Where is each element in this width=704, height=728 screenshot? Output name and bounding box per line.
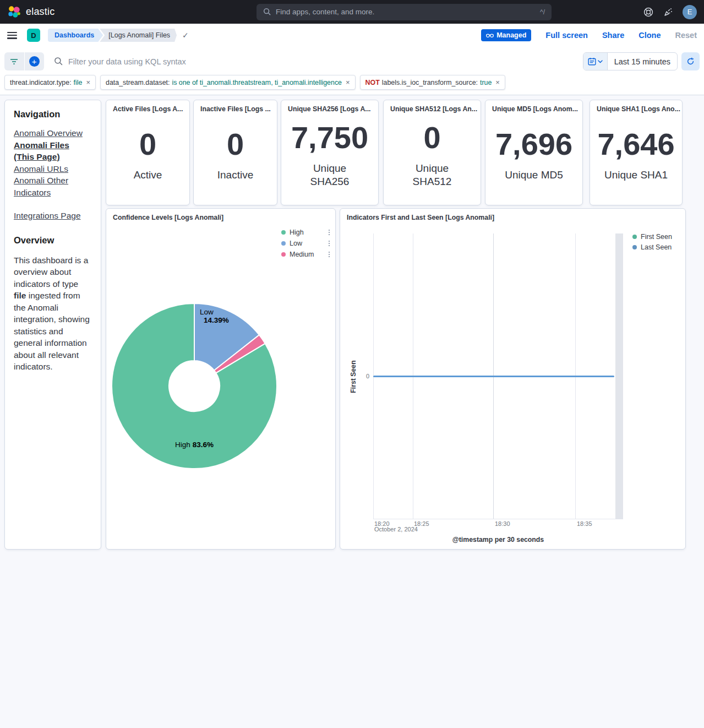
metric-label: Unique MD5 [505,169,563,182]
current-time-band [615,233,623,519]
refresh-icon [686,57,695,66]
filter-pill-3[interactable]: NOTlabels.is_ioc_transform_source:true× [360,75,505,90]
metric-value: 7,646 [597,128,674,161]
legend-item-last-seen[interactable]: Last Seen [632,243,682,251]
unified-search-bar: + Filter your data using KQL syntax [0,47,704,95]
legend-item-first-seen[interactable]: First Seen [632,233,682,241]
metric-panel-6: Unique SHA1 [Logs Ano...7,646Unique SHA1 [590,100,683,205]
confidence-donut-chart[interactable] [106,224,336,550]
reset-button: Reset [675,31,697,40]
nav-link-1[interactable]: Anomali Overview [14,128,83,138]
filter-pill-bar: threat.indicator.type:file×data_stream.d… [4,75,505,90]
nav-link-4[interactable]: Anomali Other Indicators [14,176,68,197]
add-filter-button[interactable]: + [24,52,45,70]
time-range-picker: Last 15 minutes [583,52,678,70]
legend-label: First Seen [641,233,672,241]
metric-body: 7,646Unique SHA1 [590,113,682,205]
toolbar-actions: Full screenShareCloneReset [545,31,697,40]
metric-body: 7,750Unique SHA256 [281,113,378,205]
filter-pill-2[interactable]: data_stream.dataset:is one of ti_anomali… [100,75,356,90]
logo-text: elastic [26,6,54,18]
filter-funnel-icon [10,58,18,65]
metric-label: Inactive [217,169,253,182]
query-search-icon [54,57,63,66]
global-search-placeholder: Find apps, content, and more. [276,8,536,16]
close-icon[interactable]: × [86,78,90,86]
metric-panel-1: Active Files [Logs A...0Active [106,100,190,205]
help-icon[interactable] [643,7,654,18]
nav-link-3[interactable]: Anomali URLs [14,164,68,173]
metric-panel-3: Unique SHA256 [Logs A...7,750Unique SHA2… [281,100,379,205]
series-line-last-seen [373,376,614,377]
glasses-icon [486,32,494,38]
search-shortcut-hint: ^/ [540,8,545,16]
breadcrumb-item-1[interactable]: Dashboards [48,29,103,42]
breadcrumb: Dashboards[Logs Anomali] Files [48,29,177,42]
y-tick-label: 0 [361,373,369,379]
share-button[interactable]: Share [602,31,624,40]
space-avatar[interactable]: D [27,29,40,42]
filter-controls: + [4,52,44,70]
newsfeed-icon[interactable] [663,7,674,18]
dashboard-grid: Navigation Anomali Overview Anomali File… [0,95,704,728]
global-header: elastic Find apps, content, and more. ^/ [0,0,704,24]
metric-panel-title: Unique SHA1 [Logs Ano... [590,100,682,113]
metric-label: Unique SHA512 [399,162,465,188]
quick-select-button[interactable] [583,53,608,70]
metric-panel-title: Inactive Files [Logs ... [194,100,277,113]
close-icon[interactable]: × [495,78,500,86]
nav-overview-title: Overview [14,235,92,246]
nav-overview-paragraph: This dashboard is a overview about indic… [14,254,92,373]
metric-panel-title: Active Files [Logs A... [106,100,189,113]
nav-links: Anomali Overview Anomali Files (This Pag… [14,127,92,198]
legend-label: Last Seen [641,243,672,251]
kql-placeholder: Filter your data using KQL syntax [68,57,186,66]
kql-query-input[interactable]: Filter your data using KQL syntax [44,57,583,66]
metric-body: 7,696Unique MD5 [485,113,582,205]
metric-panel-4: Unique SHA512 [Logs An...0Unique SHA512 [383,100,481,205]
refresh-button[interactable] [681,52,700,70]
managed-badge[interactable]: Managed [481,29,531,41]
dashboard-toolbar: D Dashboards[Logs Anomali] Files ✓ Manag… [0,24,704,47]
filter-menu-button[interactable] [4,52,24,70]
search-icon [263,8,271,16]
metric-label: Active [134,169,162,182]
full-screen-button[interactable]: Full screen [545,31,588,40]
nav-link-integrations[interactable]: Integrations Page [14,211,81,220]
legend-dot-icon [632,245,637,249]
nav-link-2[interactable]: Anomali Files (This Page) [14,140,69,162]
user-avatar[interactable]: E [683,5,697,19]
menu-icon[interactable] [7,32,17,39]
filter-field: data_stream.dataset: [106,79,170,86]
close-icon[interactable]: × [346,78,350,86]
elastic-logo[interactable]: elastic [0,5,165,19]
filter-pill-1[interactable]: threat.indicator.type:file× [4,75,96,90]
first-last-seen-panel: Indicators First and Last Seen [Logs Ano… [340,208,686,550]
y-axis-title: First Seen [350,357,357,396]
legend-dot-icon [632,235,637,239]
nav-title: Navigation [14,109,92,119]
donut-callout-high: High 83.6% [159,441,230,449]
global-search-input[interactable]: Find apps, content, and more. ^/ [257,4,552,20]
filter-negation: NOT [365,79,380,86]
metric-body: 0Active [106,113,189,205]
metric-label: Unique SHA1 [604,169,668,182]
calendar-icon [588,57,596,66]
metric-panel-2: Inactive Files [Logs ...0Inactive [193,100,277,205]
time-range-value[interactable]: Last 15 minutes [608,57,677,66]
managed-badge-label: Managed [496,31,526,39]
filter-value: file [74,79,83,86]
first-last-seen-chart[interactable]: 018:2018:2518:3018:35October 2, 2024 [340,209,686,550]
x-axis-title: @timestamp per 30 seconds [373,536,623,544]
elastic-logo-icon [7,5,21,19]
breadcrumb-item-2[interactable]: [Logs Anomali] Files [100,29,177,42]
metric-body: 0Unique SHA512 [384,113,481,205]
clone-button[interactable]: Clone [638,31,661,40]
x-axis-date-label: October 2, 2024 [374,526,418,533]
metric-value: 7,696 [495,128,572,161]
metric-label: Unique SHA256 [297,162,363,188]
kibana-dashboard-app: elastic Find apps, content, and more. ^/ [0,0,704,728]
plus-icon: + [29,56,40,67]
metric-value: 0 [227,128,244,161]
confidence-levels-title: Confidence Levels [Logs Anomali] [106,209,335,221]
